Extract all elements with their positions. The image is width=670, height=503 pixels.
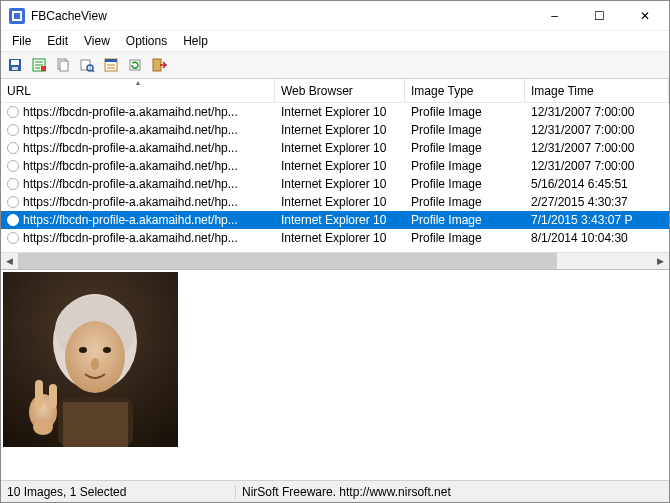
column-browser[interactable]: Web Browser <box>275 79 405 102</box>
cell-browser: Internet Explorer 10 <box>275 105 405 119</box>
scroll-left-icon[interactable]: ◀ <box>1 253 18 270</box>
column-type[interactable]: Image Type <box>405 79 525 102</box>
cell-url: https://fbcdn-profile-a.akamaihd.net/hp.… <box>1 213 275 227</box>
cell-url-text: https://fbcdn-profile-a.akamaihd.net/hp.… <box>23 231 238 245</box>
menu-edit[interactable]: Edit <box>40 33 75 49</box>
maximize-button[interactable]: ☐ <box>577 2 622 30</box>
cell-url: https://fbcdn-profile-a.akamaihd.net/hp.… <box>1 177 275 191</box>
svg-rect-5 <box>12 67 18 70</box>
html-report-icon[interactable] <box>29 55 49 75</box>
cell-time: 5/16/2014 6:45:51 <box>525 177 669 191</box>
list-body[interactable]: https://fbcdn-profile-a.akamaihd.net/hp.… <box>1 103 669 252</box>
svg-line-12 <box>92 70 94 72</box>
list-view: URL ▴ Web Browser Image Type Image Time … <box>1 79 669 269</box>
app-icon <box>9 8 25 24</box>
cell-type: Profile Image <box>405 213 525 227</box>
cell-url: https://fbcdn-profile-a.akamaihd.net/hp.… <box>1 231 275 245</box>
svg-rect-7 <box>41 66 46 71</box>
cell-browser: Internet Explorer 10 <box>275 177 405 191</box>
menu-help[interactable]: Help <box>176 33 215 49</box>
cell-browser: Internet Explorer 10 <box>275 159 405 173</box>
scroll-right-icon[interactable]: ▶ <box>652 253 669 270</box>
globe-icon <box>7 178 19 190</box>
cell-browser: Internet Explorer 10 <box>275 231 405 245</box>
cell-url: https://fbcdn-profile-a.akamaihd.net/hp.… <box>1 141 275 155</box>
globe-icon <box>7 106 19 118</box>
globe-icon <box>7 142 19 154</box>
globe-icon <box>7 160 19 172</box>
table-row[interactable]: https://fbcdn-profile-a.akamaihd.net/hp.… <box>1 229 669 247</box>
sort-indicator-icon: ▴ <box>136 79 140 87</box>
save-icon[interactable] <box>5 55 25 75</box>
svg-rect-9 <box>60 61 68 71</box>
svg-point-21 <box>79 347 87 353</box>
table-row[interactable]: https://fbcdn-profile-a.akamaihd.net/hp.… <box>1 139 669 157</box>
copy-icon[interactable] <box>53 55 73 75</box>
cell-url-text: https://fbcdn-profile-a.akamaihd.net/hp.… <box>23 105 238 119</box>
titlebar: FBCacheView – ☐ ✕ <box>1 1 669 31</box>
cell-time: 12/31/2007 7:00:00 <box>525 159 669 173</box>
globe-icon <box>7 196 19 208</box>
cell-type: Profile Image <box>405 105 525 119</box>
cell-type: Profile Image <box>405 231 525 245</box>
scroll-thumb[interactable] <box>18 253 557 270</box>
menu-view[interactable]: View <box>77 33 117 49</box>
status-credits: NirSoft Freeware. http://www.nirsoft.net <box>235 485 663 499</box>
cell-url-text: https://fbcdn-profile-a.akamaihd.net/hp.… <box>23 141 238 155</box>
column-time[interactable]: Image Time <box>525 79 669 102</box>
cell-time: 2/27/2015 4:30:37 <box>525 195 669 209</box>
cell-url: https://fbcdn-profile-a.akamaihd.net/hp.… <box>1 159 275 173</box>
table-row[interactable]: https://fbcdn-profile-a.akamaihd.net/hp.… <box>1 193 669 211</box>
cell-type: Profile Image <box>405 141 525 155</box>
cell-url-text: https://fbcdn-profile-a.akamaihd.net/hp.… <box>23 159 238 173</box>
window-title: FBCacheView <box>31 9 532 23</box>
cell-type: Profile Image <box>405 159 525 173</box>
svg-rect-14 <box>105 59 117 62</box>
cell-url: https://fbcdn-profile-a.akamaihd.net/hp.… <box>1 195 275 209</box>
svg-rect-28 <box>49 384 57 408</box>
svg-point-20 <box>65 321 125 393</box>
cell-url-text: https://fbcdn-profile-a.akamaihd.net/hp.… <box>23 195 238 209</box>
menu-options[interactable]: Options <box>119 33 174 49</box>
cell-time: 7/1/2015 3:43:07 P <box>525 213 669 227</box>
minimize-button[interactable]: – <box>532 2 577 30</box>
table-row[interactable]: https://fbcdn-profile-a.akamaihd.net/hp.… <box>1 175 669 193</box>
toolbar <box>1 51 669 79</box>
table-row[interactable]: https://fbcdn-profile-a.akamaihd.net/hp.… <box>1 157 669 175</box>
menu-file[interactable]: File <box>5 33 38 49</box>
column-url[interactable]: URL ▴ <box>1 79 275 102</box>
exit-icon[interactable] <box>149 55 169 75</box>
svg-rect-2 <box>14 13 20 19</box>
refresh-icon[interactable] <box>125 55 145 75</box>
status-count: 10 Images, 1 Selected <box>7 485 235 499</box>
cell-time: 12/31/2007 7:00:00 <box>525 141 669 155</box>
cell-url-text: https://fbcdn-profile-a.akamaihd.net/hp.… <box>23 123 238 137</box>
column-url-label: URL <box>7 84 31 98</box>
cell-type: Profile Image <box>405 177 525 191</box>
cell-url: https://fbcdn-profile-a.akamaihd.net/hp.… <box>1 105 275 119</box>
scroll-track[interactable] <box>18 253 652 270</box>
table-row[interactable]: https://fbcdn-profile-a.akamaihd.net/hp.… <box>1 121 669 139</box>
horizontal-scrollbar[interactable]: ◀ ▶ <box>1 252 669 269</box>
svg-point-29 <box>33 419 53 435</box>
cell-url-text: https://fbcdn-profile-a.akamaihd.net/hp.… <box>23 177 238 191</box>
cell-time: 12/31/2007 7:00:00 <box>525 123 669 137</box>
close-button[interactable]: ✕ <box>622 2 667 30</box>
column-headers: URL ▴ Web Browser Image Type Image Time <box>1 79 669 103</box>
table-row[interactable]: https://fbcdn-profile-a.akamaihd.net/hp.… <box>1 103 669 121</box>
cell-url-text: https://fbcdn-profile-a.akamaihd.net/hp.… <box>23 213 238 227</box>
cell-browser: Internet Explorer 10 <box>275 141 405 155</box>
globe-icon <box>7 124 19 136</box>
properties-icon[interactable] <box>101 55 121 75</box>
cell-time: 8/1/2014 10:04:30 <box>525 231 669 245</box>
table-row[interactable]: https://fbcdn-profile-a.akamaihd.net/hp.… <box>1 211 669 229</box>
find-icon[interactable] <box>77 55 97 75</box>
svg-rect-16 <box>153 59 161 71</box>
menubar: File Edit View Options Help <box>1 31 669 51</box>
cell-url: https://fbcdn-profile-a.akamaihd.net/hp.… <box>1 123 275 137</box>
statusbar: 10 Images, 1 Selected NirSoft Freeware. … <box>1 480 669 502</box>
preview-image <box>3 272 178 447</box>
globe-icon <box>7 214 19 226</box>
cell-browser: Internet Explorer 10 <box>275 123 405 137</box>
svg-rect-27 <box>35 380 43 408</box>
